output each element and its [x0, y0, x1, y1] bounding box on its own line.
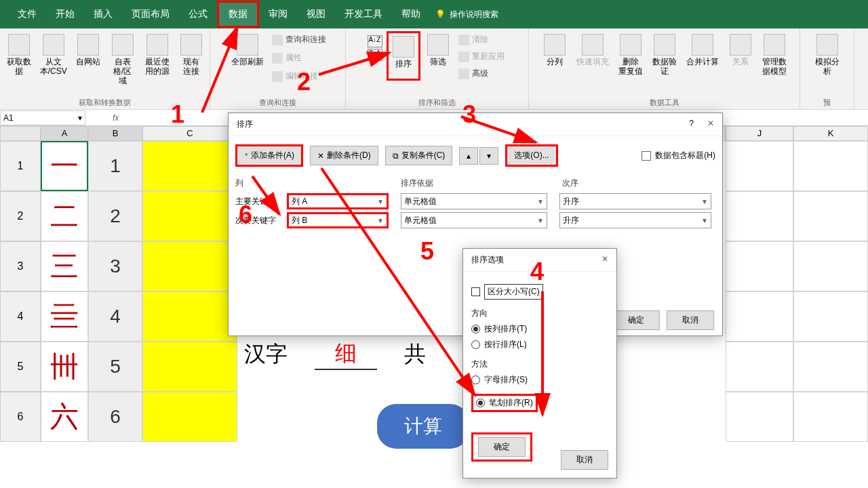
pinyin-radio[interactable]: 字母排序(S)	[471, 374, 608, 386]
menu-insert[interactable]: 插入	[84, 3, 122, 26]
stroke-radio[interactable]: 笔划排序(R)	[471, 394, 538, 412]
col-header-A[interactable]: A	[41, 126, 88, 141]
data-model-button[interactable]: 管理数 据模型	[758, 31, 791, 79]
row-header[interactable]: 1	[0, 141, 41, 191]
get-data-button[interactable]: 获取数 据	[3, 31, 35, 88]
close-icon[interactable]: ✕	[601, 254, 608, 266]
whatif-button[interactable]: 模拟分析	[807, 31, 847, 79]
col-header-C[interactable]: C	[142, 126, 237, 141]
menu-review[interactable]: 审阅	[259, 3, 297, 26]
primary-col-combo[interactable]: 列 A▼	[287, 193, 389, 209]
clear-button[interactable]: 清除	[456, 33, 507, 47]
cell[interactable]: 卌	[41, 342, 88, 392]
menu-view[interactable]: 视图	[297, 3, 335, 26]
menu-formula[interactable]: 公式	[179, 3, 217, 26]
row-header[interactable]: 5	[0, 342, 41, 392]
advanced-button[interactable]: 高级	[456, 66, 507, 81]
cell[interactable]: 5	[88, 342, 142, 392]
cell[interactable]: 1	[88, 141, 142, 191]
existing-button[interactable]: 现有 连接	[175, 31, 208, 88]
sort-asc-icon[interactable]: A↓Z	[368, 35, 382, 47]
secondary-sorton-combo[interactable]: 单元格值▼	[401, 212, 547, 228]
cell[interactable]: 4	[88, 291, 142, 342]
col-header-K[interactable]: K	[793, 126, 868, 141]
cell[interactable]: 三	[41, 241, 88, 291]
fx-icon[interactable]: fx	[113, 113, 119, 123]
cell[interactable]	[142, 392, 237, 442]
move-up-button[interactable]: ▴	[459, 147, 478, 165]
cell[interactable]	[793, 291, 868, 342]
help-icon[interactable]: ?	[689, 119, 694, 128]
cell[interactable]: 3	[88, 241, 142, 291]
col-header-B[interactable]: B	[88, 126, 142, 141]
from-web-button[interactable]: 自网站	[72, 31, 104, 88]
move-down-button[interactable]: ▾	[479, 147, 498, 165]
from-csv-button[interactable]: 从文 本/CSV	[37, 31, 71, 88]
cell[interactable]	[793, 241, 868, 291]
primary-sorton-combo[interactable]: 单元格值▼	[401, 193, 547, 209]
row-header[interactable]: 3	[0, 241, 41, 291]
col-header-J[interactable]: J	[726, 126, 793, 141]
cell[interactable]	[793, 141, 868, 191]
cell[interactable]	[142, 241, 237, 291]
copy-level-button[interactable]: ⧉复制条件(C)	[385, 146, 453, 165]
cell[interactable]	[142, 191, 237, 241]
validation-button[interactable]: 数据验 证	[648, 31, 681, 79]
cell[interactable]: 一	[41, 141, 88, 191]
cell[interactable]: 六	[41, 392, 88, 442]
row-header[interactable]: 4	[0, 291, 41, 342]
sort-desc-icon[interactable]: Z↓A	[368, 49, 382, 61]
relations-button[interactable]: 关系	[724, 31, 757, 79]
cell[interactable]	[726, 291, 793, 342]
menu-data[interactable]: 数据	[217, 1, 259, 28]
row-header[interactable]: 6	[0, 392, 41, 442]
tell-me[interactable]: 💡操作说明搜索	[435, 9, 498, 20]
options-cancel-button[interactable]: 取消	[561, 450, 608, 470]
sort-by-row-radio[interactable]: 按行排序(L)	[471, 339, 608, 350]
row-header[interactable]: 2	[0, 191, 41, 241]
refresh-all-button[interactable]: 全部刷新	[227, 31, 268, 83]
reapply-button[interactable]: 重新应用	[456, 49, 507, 64]
recent-button[interactable]: 最近使 用的源	[141, 31, 174, 88]
menu-dev[interactable]: 开发工具	[335, 3, 392, 26]
cell[interactable]	[726, 392, 793, 442]
cell[interactable]	[793, 191, 868, 241]
cell[interactable]: 亖	[41, 291, 88, 342]
cell[interactable]	[142, 342, 237, 392]
consolidate-button[interactable]: 合并计算	[682, 31, 723, 79]
sort-button[interactable]: 排序	[387, 31, 420, 81]
cell[interactable]	[726, 141, 793, 191]
delete-level-button[interactable]: ✕删除条件(D)	[310, 146, 378, 165]
cell[interactable]: 2	[88, 191, 142, 241]
secondary-col-combo[interactable]: 列 B▼	[287, 212, 389, 228]
cell[interactable]	[726, 241, 793, 291]
cell[interactable]	[726, 191, 793, 241]
sort-by-col-radio[interactable]: 按列排序(T)	[471, 323, 608, 335]
name-box[interactable]: A1▾	[0, 110, 85, 125]
close-icon[interactable]: ✕	[707, 119, 714, 128]
sort-ok-button[interactable]: 确定	[612, 310, 660, 330]
cell[interactable]	[142, 291, 237, 342]
properties-button[interactable]: 属性	[269, 51, 329, 65]
from-range-button[interactable]: 自表 格/区域	[106, 31, 140, 88]
select-all-corner[interactable]	[0, 126, 41, 141]
options-ok-button[interactable]: 确定	[478, 437, 526, 457]
secondary-order-combo[interactable]: 升序▼	[559, 212, 711, 228]
case-sensitive-checkbox[interactable]: 区分大小写(C)	[471, 284, 608, 300]
header-checkbox[interactable]: 数据包含标题(H)	[642, 150, 715, 161]
calc-button[interactable]: 计算	[377, 404, 469, 449]
sort-cancel-button[interactable]: 取消	[667, 310, 714, 330]
text-to-cols-button[interactable]: 分列	[538, 31, 571, 79]
flash-fill-button[interactable]: 快速填充	[572, 31, 613, 79]
edit-links-button[interactable]: 编辑链接	[269, 69, 329, 83]
cell[interactable]	[726, 342, 793, 392]
cell[interactable]	[793, 342, 868, 392]
cell[interactable]: 6	[88, 392, 142, 442]
menu-home[interactable]: 开始	[46, 3, 84, 26]
remove-dup-button[interactable]: 删除 重复值	[614, 31, 647, 79]
cell[interactable]	[793, 392, 868, 442]
options-button[interactable]: 选项(O)...	[505, 144, 557, 167]
cell[interactable]	[142, 141, 237, 191]
queries-button[interactable]: 查询和连接	[269, 33, 329, 47]
menu-help[interactable]: 帮助	[392, 3, 430, 26]
